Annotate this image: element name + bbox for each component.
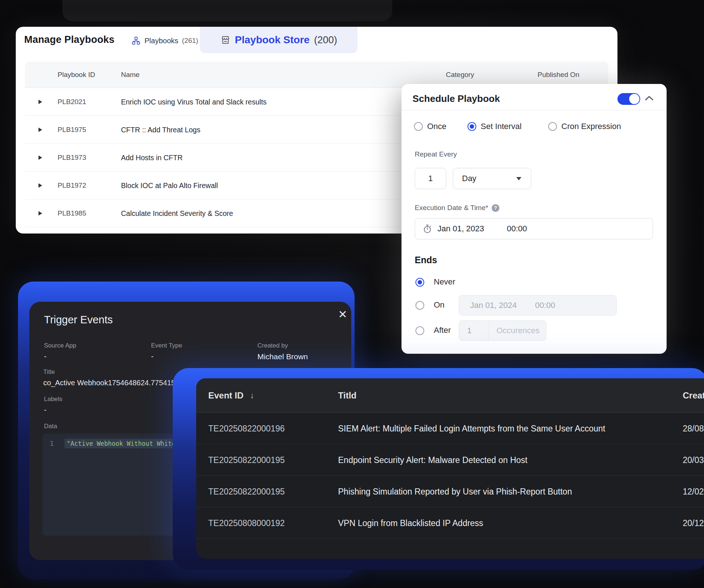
field-event-type: Event Type - — [151, 342, 182, 361]
schedule-playbook-title: Schedule Playbook — [412, 93, 500, 104]
playbook-id: PLB1972 — [58, 181, 86, 190]
radio-once[interactable]: Once — [414, 121, 447, 132]
radio-set-interval[interactable]: Set Interval — [467, 121, 521, 132]
expand-caret-icon[interactable] — [38, 128, 42, 132]
field-label: Created by — [257, 342, 308, 349]
expand-caret-icon[interactable] — [38, 183, 42, 188]
radio-cron-expression[interactable]: Cron Expression — [548, 121, 621, 132]
column-playbook-id: Playbook ID — [58, 71, 95, 79]
tab-playbooks-count: (261) — [182, 37, 198, 45]
field-value: Michael Brown — [257, 352, 308, 361]
repeat-count-input[interactable]: 1 — [415, 168, 446, 189]
field-value: - — [151, 352, 182, 361]
event-row[interactable]: TE20250808000192 VPN Login from Blacklis… — [196, 507, 704, 539]
field-value: - — [44, 406, 62, 414]
radio-on-label: On — [434, 300, 444, 310]
playbook-name: Enrich IOC using Virus Total and Slack r… — [121, 98, 267, 106]
schedule-toggle[interactable] — [617, 93, 639, 105]
playbook-id: PLB1985 — [58, 209, 86, 217]
trigger-events-title: Trigger Events — [44, 314, 113, 326]
radio-selected-icon — [467, 122, 476, 131]
event-row[interactable]: TE20250822000195 Endpoint Security Alert… — [196, 444, 704, 476]
field-label: Event Type — [151, 342, 182, 349]
tab-playbook-store-count: (200) — [314, 34, 337, 46]
store-icon — [220, 35, 231, 45]
event-title: Endpoint Security Alert: Malware Detecte… — [338, 455, 527, 465]
ends-on-date: Jan 01, 2024 — [470, 301, 517, 310]
expand-caret-icon[interactable] — [38, 155, 42, 160]
column-event-id[interactable]: Event ID ↓ — [208, 390, 254, 401]
event-created: 28/08 — [683, 423, 704, 433]
help-icon[interactable]: ? — [492, 204, 499, 212]
execution-time: 00:00 — [507, 224, 527, 234]
event-row[interactable]: TE20250822000195 Phishing Simulation Rep… — [196, 476, 704, 507]
page-canvas: Manage Playbooks Playbooks (261) Playboo… — [0, 0, 704, 588]
event-id: TE20250822000195 — [208, 455, 285, 465]
event-created: 20/12 — [683, 518, 704, 528]
event-id: TE20250822000195 — [208, 486, 285, 496]
radio-on[interactable] — [415, 301, 424, 310]
field-label: Title — [43, 368, 179, 376]
column-title: Titld — [338, 390, 356, 401]
ends-heading: Ends — [415, 255, 437, 265]
field-created-by: Created by Michael Brown — [257, 342, 308, 361]
divider — [402, 110, 667, 110]
column-category: Category — [446, 71, 474, 79]
field-title: Title co_Active Webhook1754648624.775415… — [43, 368, 179, 387]
event-title: SIEM Alert: Multiple Failed Login Attemp… — [338, 423, 605, 433]
expand-caret-icon[interactable] — [38, 100, 42, 104]
radio-never[interactable] — [415, 278, 424, 287]
playbook-name: Add Hosts in CFTR — [121, 153, 183, 162]
sort-desc-icon[interactable]: ↓ — [250, 391, 254, 400]
field-value: co_Active Webhook1754648624.7754157 — [43, 379, 179, 387]
line-number: 1 — [50, 440, 59, 447]
column-published-on: Published On — [538, 71, 579, 79]
field-label: Source App — [44, 342, 76, 349]
field-label: Data — [44, 423, 57, 430]
field-label: Labels — [44, 396, 62, 403]
ends-on-datetime-input[interactable]: Jan 01, 2024 00:00 — [459, 295, 617, 316]
execution-date: Jan 01, 2023 — [437, 224, 484, 234]
tab-playbook-store-label: Playbook Store — [235, 34, 310, 46]
event-id: TE20250822000196 — [208, 423, 285, 433]
playbook-id: PLB1973 — [58, 154, 86, 162]
repeat-every-label: Repeat Every — [415, 150, 457, 158]
schedule-playbook-panel: Schedule Playbook Once Set Interval Cron… — [402, 84, 667, 354]
execution-datetime-label: Execution Date & Time* ? — [415, 204, 499, 212]
events-table-panel: Event ID ↓ Titld Creat TE20250822000196 … — [196, 378, 704, 559]
repeat-unit-select[interactable]: Day — [453, 168, 531, 189]
column-name: Name — [121, 71, 140, 79]
event-title: VPN Login from Blacklisted IP Address — [338, 518, 483, 528]
events-table-header: Event ID ↓ Titld Creat — [196, 378, 704, 413]
repeat-unit-value: Day — [462, 174, 476, 183]
chevron-up-icon[interactable] — [645, 95, 654, 102]
radio-label: Cron Expression — [561, 122, 621, 131]
radio-after-label: After — [434, 326, 451, 335]
tab-playbooks-label: Playbooks — [144, 37, 178, 45]
ends-after-input-group[interactable]: 1 Occurences — [459, 320, 546, 341]
stopwatch-icon — [422, 224, 432, 234]
page-title: Manage Playbooks — [24, 34, 114, 45]
event-row[interactable]: TE20250822000196 SIEM Alert: Multiple Fa… — [196, 413, 704, 444]
radio-after[interactable] — [415, 326, 424, 335]
radio-icon — [414, 122, 423, 131]
tab-playbook-store[interactable]: Playbook Store (200) — [200, 27, 358, 53]
sitemap-icon — [131, 36, 141, 45]
column-created: Creat — [683, 390, 704, 401]
execution-datetime-input[interactable]: Jan 01, 2023 00:00 — [415, 218, 653, 239]
playbook-id: PLB1975 — [58, 126, 86, 134]
field-data: Data — [44, 423, 57, 430]
event-title: Phishing Simulation Reported by User via… — [338, 486, 572, 496]
field-source-app: Source App - — [44, 342, 76, 361]
playbook-name: Calculate Incident Severity & Score — [121, 209, 233, 217]
field-labels: Labels - — [44, 396, 62, 414]
column-event-id-label: Event ID — [208, 390, 243, 401]
playbook-name: Block IOC at Palo Alto Firewall — [121, 181, 218, 190]
playbook-id: PLB2021 — [58, 98, 86, 106]
ends-on-time: 00:00 — [535, 301, 555, 310]
expand-caret-icon[interactable] — [38, 211, 42, 216]
dropdown-caret-icon — [516, 177, 521, 180]
close-icon[interactable]: ✕ — [338, 309, 347, 320]
occurrences-count-input[interactable]: 1 — [459, 321, 488, 341]
tab-playbooks[interactable]: Playbooks (261) — [131, 33, 198, 49]
